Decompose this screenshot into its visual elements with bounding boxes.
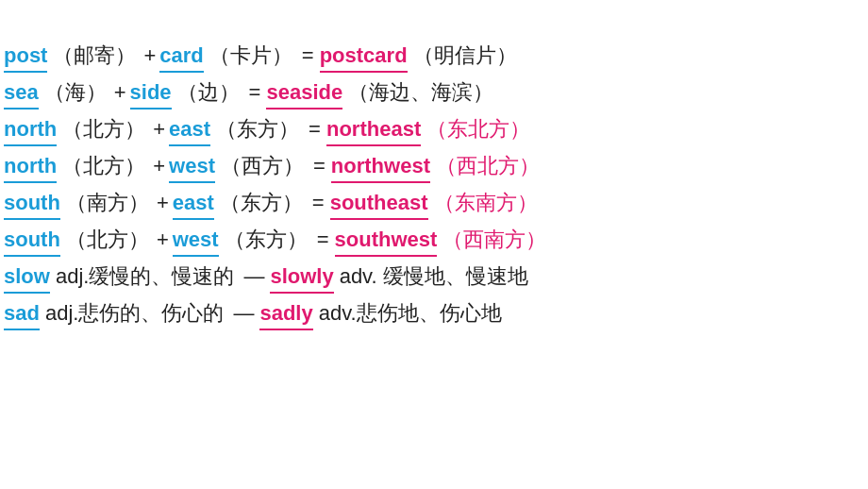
row4-part-1: （北方） [62, 150, 145, 181]
word-row-1: post（邮寄）+card（卡片）=postcard（明信片） [4, 40, 864, 73]
row6-part-6: southwest [335, 224, 438, 257]
row8-part-1: adj.悲伤的、伤心的 [45, 297, 224, 329]
row1-part-6: postcard [320, 40, 408, 73]
row3-part-2: + [153, 113, 165, 144]
row5-part-3: east [173, 187, 214, 220]
row6-part-5: = [317, 224, 329, 255]
row8-part-2: — [233, 297, 254, 329]
row2-part-6: seaside [266, 76, 342, 110]
row5-part-4: （东方） [220, 187, 303, 218]
row6-part-2: + [157, 224, 169, 255]
row3-part-7: （东北方） [426, 113, 530, 144]
row1-part-0: post [4, 40, 47, 73]
row3-part-3: east [169, 113, 210, 146]
row1-part-5: = [302, 40, 314, 71]
row3-part-5: = [309, 113, 321, 144]
row6-part-7: （西南方） [442, 224, 546, 255]
row7-part-1: adj.缓慢的、慢速的 [56, 261, 234, 292]
row2-part-3: side [130, 76, 172, 110]
row6-part-3: west [173, 224, 219, 257]
row2-part-0: sea [4, 76, 39, 110]
row5-part-5: = [312, 187, 325, 218]
word-row-3: north（北方）+east（东方）=northeast（东北方） [4, 113, 864, 146]
row2-part-4: （边） [177, 76, 240, 108]
word-row-6: south（北方）+west（东方）=southwest（西南方） [4, 224, 864, 257]
row2-part-7: （海边、海滨） [348, 76, 493, 108]
row8-part-4: adv.悲伤地、伤心地 [319, 297, 502, 329]
row6-part-0: south [4, 224, 60, 257]
row7-part-0: slow [4, 261, 50, 294]
word-row-7: slowadj.缓慢的、慢速的—slowlyadv. 缓慢地、慢速地 [4, 261, 864, 294]
row4-part-6: northwest [331, 150, 430, 183]
row2-part-1: （海） [44, 76, 107, 108]
row3-part-6: northeast [326, 113, 421, 146]
row1-part-1: （邮寄） [53, 40, 136, 71]
row5-part-7: （东南方） [434, 187, 538, 218]
row6-part-4: （东方） [225, 224, 308, 255]
row4-part-0: north [4, 150, 57, 183]
row8-part-0: sad [4, 297, 40, 330]
row3-part-4: （东方） [216, 113, 299, 144]
word-row-4: north（北方）+west（西方）=northwest（西北方） [4, 150, 864, 183]
row5-part-2: + [157, 187, 169, 218]
row7-part-2: — [243, 261, 264, 292]
row7-part-3: slowly [270, 261, 333, 294]
row5-part-0: south [4, 187, 60, 220]
row1-part-2: + [143, 40, 156, 71]
row8-part-3: sadly [259, 297, 312, 330]
row1-part-4: （卡片） [209, 40, 292, 71]
row3-part-0: north [4, 113, 57, 146]
row5-part-1: （南方） [66, 187, 149, 218]
row1-part-7: （明信片） [413, 40, 517, 71]
row4-part-5: = [313, 150, 326, 181]
row4-part-4: （西方） [221, 150, 304, 181]
row2-part-2: + [114, 76, 126, 108]
word-row-2: sea（海）+side（边）=seaside（海边、海滨） [4, 76, 864, 110]
row7-part-4: adv. 缓慢地、慢速地 [340, 261, 528, 292]
word-row-5: south（南方）+east（东方）=southeast（东南方） [4, 187, 864, 220]
row1-part-3: card [159, 40, 203, 73]
row2-part-5: = [249, 76, 261, 108]
row5-part-6: southeast [330, 187, 428, 220]
row4-part-2: + [153, 150, 165, 181]
row4-part-3: west [169, 150, 215, 183]
row4-part-7: （西北方） [436, 150, 540, 181]
row6-part-1: （北方） [66, 224, 149, 255]
word-row-8: sadadj.悲伤的、伤心的—sadlyadv.悲伤地、伤心地 [4, 297, 864, 330]
row3-part-1: （北方） [62, 113, 145, 144]
content-area: post（邮寄）+card（卡片）=postcard（明信片）sea（海）+si… [4, 40, 864, 334]
